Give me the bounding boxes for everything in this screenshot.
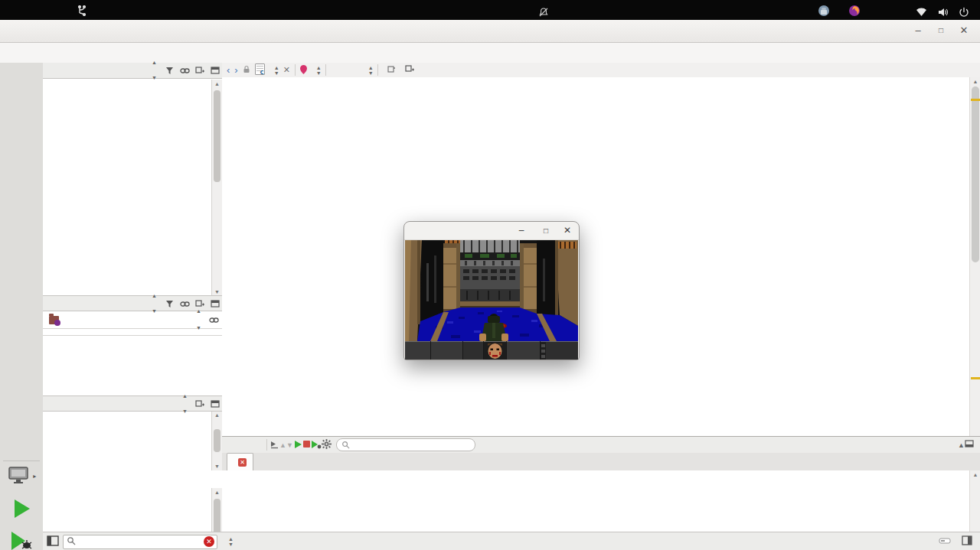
projects-scrollbar[interactable]: ▲▼ bbox=[211, 80, 222, 296]
close-document-icon[interactable]: ✕ bbox=[283, 65, 290, 75]
output-tab-p2kdoom[interactable]: ✕ bbox=[227, 453, 253, 470]
toggle-right-sidebar-icon[interactable] bbox=[962, 535, 972, 547]
panel-chooser-icon[interactable]: ▲▼ bbox=[149, 65, 159, 76]
tray-browser-icon[interactable] bbox=[848, 4, 861, 16]
focused-app-menu[interactable] bbox=[77, 0, 92, 20]
doom-maximize-button[interactable]: □ bbox=[537, 222, 554, 239]
opendocs-list bbox=[43, 412, 222, 516]
sidebar-toggle-icon[interactable] bbox=[47, 535, 59, 549]
notifications-muted-icon bbox=[538, 5, 549, 15]
nav-back-icon[interactable]: ‹ bbox=[227, 64, 230, 76]
split-panel-icon[interactable] bbox=[194, 65, 205, 76]
restore-button[interactable]: □ bbox=[933, 23, 949, 38]
doom-minimize-button[interactable]: – bbox=[513, 222, 530, 239]
editor-toolbar: ‹ › c ▲▼ ✕ ▲▼ ▲▼ bbox=[222, 63, 980, 78]
close-button[interactable]: ✕ bbox=[956, 23, 972, 38]
close-panel-icon[interactable] bbox=[210, 65, 220, 76]
settings-gear-icon[interactable] bbox=[322, 439, 332, 451]
projects-panel-header: ▲▼ bbox=[43, 63, 222, 79]
prev-item-icon[interactable]: ▲ bbox=[279, 441, 286, 449]
maximize-pane-icon[interactable]: ▲ bbox=[958, 441, 965, 449]
lock-icon bbox=[243, 65, 250, 75]
doom-game-window[interactable]: – □ ✕ bbox=[403, 221, 580, 360]
nav-forward-icon[interactable]: › bbox=[234, 64, 237, 76]
divider bbox=[3, 461, 40, 461]
power-icon[interactable] bbox=[959, 5, 969, 15]
next-item-icon[interactable]: ▼ bbox=[286, 441, 293, 449]
doom-window-titlebar[interactable]: – □ ✕ bbox=[404, 222, 579, 240]
tray-app-icon[interactable] bbox=[818, 4, 830, 16]
breadcrumb bbox=[43, 329, 222, 336]
panel-chooser-icon[interactable]: ▲▼ bbox=[149, 298, 159, 309]
split-editor-icon[interactable] bbox=[405, 65, 414, 75]
clock[interactable] bbox=[449, 0, 452, 20]
line-ending-dropdown-icon[interactable]: ▲▼ bbox=[368, 65, 373, 76]
clear-locator-icon[interactable]: ✕ bbox=[204, 536, 214, 547]
opendocs-panel-header: ▲▼ bbox=[43, 395, 222, 412]
warning-mark bbox=[971, 99, 980, 101]
kit-selector[interactable]: ▸ bbox=[0, 461, 43, 550]
filter-icon[interactable] bbox=[164, 298, 175, 309]
filesystem-root-combo[interactable]: ▲▼ bbox=[43, 311, 222, 329]
close-panel-icon[interactable] bbox=[210, 399, 220, 409]
screen: – □ ✕ ▸ bbox=[0, 0, 980, 550]
output-panes-status-bar: ▲▼ bbox=[222, 532, 980, 550]
sync-icon[interactable] bbox=[208, 314, 219, 325]
sync-with-editor-icon[interactable] bbox=[179, 298, 190, 309]
symbol-pin-icon bbox=[300, 65, 307, 76]
document-dropdown-icon[interactable]: ▲▼ bbox=[274, 65, 279, 76]
warning-mark bbox=[971, 377, 980, 379]
document-icon: c bbox=[255, 63, 265, 76]
close-pane-icon[interactable] bbox=[965, 440, 974, 450]
run-button[interactable] bbox=[0, 498, 43, 522]
output-scrollbar[interactable]: ▲ bbox=[969, 470, 980, 532]
sync-with-editor-icon[interactable] bbox=[179, 65, 190, 76]
stop-icon[interactable] bbox=[302, 440, 311, 450]
editor-scrollbar[interactable]: ▲ bbox=[969, 77, 980, 436]
symbol-dropdown-icon[interactable]: ▲▼ bbox=[316, 65, 321, 76]
volume-icon[interactable] bbox=[937, 5, 949, 15]
navigation-panels: ▲▼ ▲▼ ▲▼ ▲▼ bbox=[43, 63, 223, 550]
output-tab-bar: ✕ bbox=[222, 453, 980, 471]
rerun-icon[interactable] bbox=[270, 439, 279, 451]
network-icon[interactable] bbox=[916, 5, 927, 15]
pane-chooser-icon[interactable]: ▲▼ bbox=[228, 536, 233, 547]
doom-game-screen[interactable] bbox=[404, 240, 579, 360]
close-tab-icon[interactable]: ✕ bbox=[238, 458, 247, 467]
minimize-button[interactable]: – bbox=[910, 23, 926, 38]
output-filter-input[interactable] bbox=[336, 438, 475, 451]
mode-selector-bar: ▸ bbox=[0, 63, 44, 550]
projects-tree bbox=[43, 79, 222, 295]
application-output-text[interactable] bbox=[222, 470, 969, 532]
search-icon bbox=[67, 536, 76, 549]
run-output-icon[interactable] bbox=[293, 440, 302, 451]
locator-bar: ✕ bbox=[43, 532, 222, 550]
kit-target-icon[interactable]: ▸ bbox=[0, 466, 43, 487]
filesystem-panel-header: ▲▼ bbox=[43, 295, 222, 311]
filesystem-list bbox=[43, 336, 222, 395]
close-panel-icon[interactable] bbox=[210, 298, 220, 309]
encoding-icon bbox=[387, 65, 396, 75]
code-editor[interactable] bbox=[222, 77, 969, 436]
gnome-top-bar bbox=[0, 0, 980, 20]
qtcreator-title-bar[interactable]: – □ ✕ bbox=[0, 20, 980, 43]
debug-run-button[interactable] bbox=[0, 530, 43, 550]
locator-input[interactable]: ✕ bbox=[63, 535, 217, 549]
split-panel-icon[interactable] bbox=[194, 399, 205, 409]
panel-chooser-icon[interactable]: ▲▼ bbox=[179, 399, 190, 409]
menu-bar bbox=[0, 43, 980, 63]
output-pane-toolbar: ▲ ▼ ▲ bbox=[222, 436, 980, 453]
doom-close-button[interactable]: ✕ bbox=[559, 222, 576, 239]
p2kdoom-app-icon bbox=[77, 5, 87, 16]
combo-dropdown-icon[interactable]: ▲▼ bbox=[193, 314, 204, 325]
filter-icon[interactable] bbox=[164, 65, 175, 76]
run-settings-icon[interactable] bbox=[311, 440, 322, 451]
progress-icon bbox=[939, 536, 951, 547]
